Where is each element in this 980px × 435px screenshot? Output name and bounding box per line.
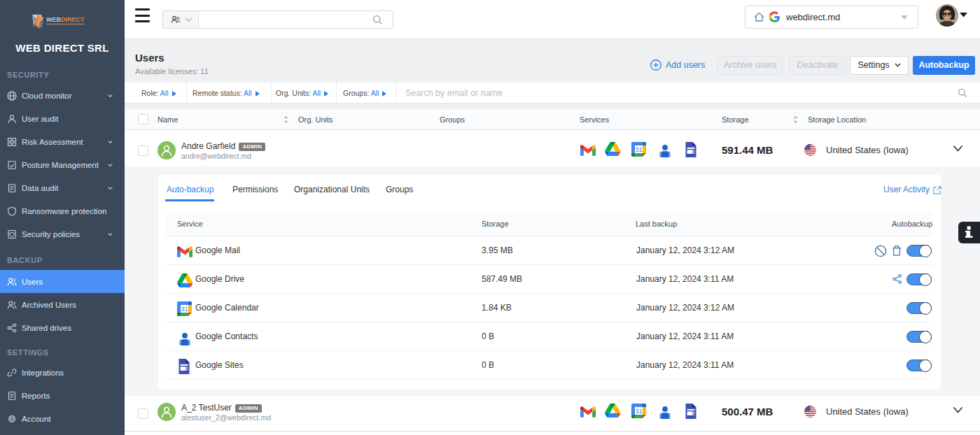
svg-text:WEB: WEB xyxy=(46,16,61,23)
svg-text:DIRECT: DIRECT xyxy=(61,16,85,23)
